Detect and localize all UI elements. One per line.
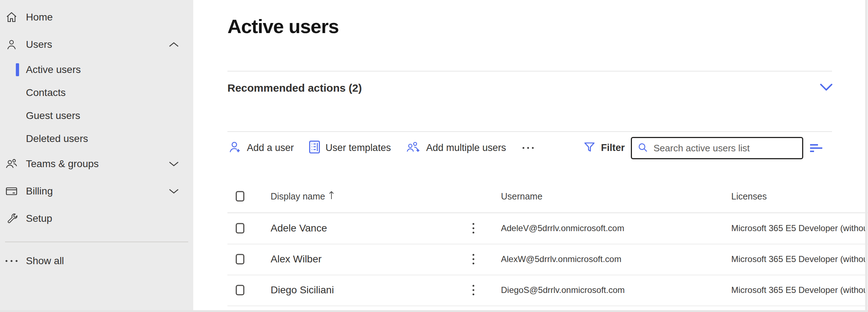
- toolbar: Add a user User templates Add multiple u…: [227, 139, 536, 157]
- row-checkbox[interactable]: [236, 223, 244, 234]
- row-more-actions-icon[interactable]: [470, 251, 477, 267]
- sidebar-item-users[interactable]: Users: [0, 31, 193, 58]
- table-row[interactable]: Alex Wilber AlexW@5drrlv.onmicrosoft.com…: [193, 244, 868, 275]
- template-list-icon: [308, 140, 321, 156]
- search-input[interactable]: [654, 143, 797, 154]
- table-header-row: Display name Username Licenses: [193, 180, 868, 213]
- username-cell: DiegoS@5drrlv.onmicrosoft.com: [501, 285, 625, 295]
- filter-label: Filter: [601, 142, 625, 153]
- sort-lines-icon[interactable]: [809, 142, 824, 155]
- sidebar-item-label: Setup: [26, 213, 52, 224]
- column-header-licenses[interactable]: Licenses: [731, 191, 767, 202]
- user-templates-label: User templates: [326, 142, 391, 153]
- user-templates-button[interactable]: User templates: [308, 140, 391, 156]
- licenses-cell: Microsoft 365 E5 Developer (withou: [731, 254, 865, 264]
- user-icon: [4, 37, 19, 52]
- search-box: [631, 137, 803, 159]
- selected-indicator: [16, 63, 19, 76]
- sidebar-item-label: Show all: [26, 255, 64, 267]
- sidebar-item-guest-users[interactable]: Guest users: [0, 104, 193, 127]
- sidebar-item-billing[interactable]: Billing: [0, 178, 193, 205]
- add-multiple-users-label: Add multiple users: [426, 142, 506, 153]
- sidebar-item-contacts[interactable]: Contacts: [0, 81, 193, 104]
- chevron-down-icon: [168, 161, 179, 167]
- username-cell: AdeleV@5drrlv.onmicrosoft.com: [501, 223, 624, 233]
- sidebar-item-label: Teams & groups: [26, 158, 99, 170]
- row-checkbox[interactable]: [236, 285, 244, 295]
- add-user-button[interactable]: Add a user: [227, 139, 294, 156]
- sidebar-item-home[interactable]: Home: [0, 4, 193, 31]
- search-icon: [637, 142, 648, 155]
- ellipsis-icon: [4, 254, 19, 268]
- sidebar-item-label: Contacts: [26, 87, 66, 98]
- column-header-display-name[interactable]: Display name: [271, 191, 334, 202]
- table-divider: [227, 306, 868, 306]
- more-actions-button[interactable]: [520, 147, 536, 149]
- sidebar-item-label: Users: [26, 39, 52, 50]
- add-user-label: Add a user: [247, 142, 294, 153]
- sidebar-divider: [5, 242, 188, 242]
- sidebar-item-setup[interactable]: Setup: [0, 205, 193, 232]
- sidebar-item-deleted-users[interactable]: Deleted users: [0, 127, 193, 150]
- row-checkbox[interactable]: [236, 254, 244, 265]
- home-icon: [4, 10, 19, 24]
- licenses-cell: Microsoft 365 E5 Developer (withou: [731, 285, 865, 295]
- display-name-cell[interactable]: Adele Vance: [271, 222, 327, 234]
- section-divider: [227, 131, 832, 132]
- row-more-actions-icon[interactable]: [470, 282, 477, 298]
- person-add-icon: [227, 139, 242, 156]
- credit-card-icon: [4, 184, 19, 198]
- main-content: Active users Recommended actions (2) Add…: [193, 0, 868, 312]
- sidebar-item-label: Home: [26, 12, 53, 23]
- licenses-cell: Microsoft 365 E5 Developer (withou: [731, 223, 865, 233]
- row-more-actions-icon[interactable]: [470, 220, 477, 237]
- table-row[interactable]: Diego Siciliani DiegoS@5drrlv.onmicrosof…: [193, 275, 868, 306]
- chevron-down-icon[interactable]: [819, 83, 833, 92]
- sidebar-item-active-users[interactable]: Active users: [0, 58, 193, 81]
- filter-funnel-icon: [583, 141, 596, 155]
- sidebar-item-label: Guest users: [26, 110, 80, 121]
- chevron-down-icon: [168, 188, 179, 194]
- wrench-icon: [4, 211, 19, 226]
- recommended-actions-header[interactable]: Recommended actions (2): [227, 82, 362, 94]
- active-users-page: Home Users Active users Contacts Guest u…: [0, 0, 868, 312]
- table-row[interactable]: Adele Vance AdeleV@5drrlv.onmicrosoft.co…: [193, 213, 868, 244]
- username-cell: AlexW@5drrlv.onmicrosoft.com: [501, 254, 621, 264]
- page-title: Active users: [227, 15, 339, 37]
- section-divider: [227, 71, 832, 72]
- filter-button[interactable]: Filter: [583, 139, 625, 157]
- column-header-username[interactable]: Username: [501, 191, 542, 202]
- display-name-cell[interactable]: Alex Wilber: [271, 253, 322, 265]
- select-all-checkbox[interactable]: [236, 191, 244, 202]
- sidebar-item-label: Billing: [26, 185, 53, 197]
- sidebar: Home Users Active users Contacts Guest u…: [0, 0, 193, 312]
- sidebar-item-teams-groups[interactable]: Teams & groups: [0, 150, 193, 178]
- horizontal-scrollbar[interactable]: [0, 310, 868, 312]
- sort-ascending-arrow-icon: [329, 191, 334, 202]
- people-add-icon: [405, 139, 421, 156]
- column-label: Display name: [271, 191, 325, 202]
- sidebar-item-show-all[interactable]: Show all: [0, 247, 193, 275]
- sidebar-item-label: Active users: [26, 64, 81, 75]
- add-multiple-users-button[interactable]: Add multiple users: [405, 139, 506, 156]
- people-icon: [4, 157, 19, 171]
- chevron-up-icon: [168, 41, 179, 48]
- vertical-scrollbar[interactable]: [865, 0, 868, 312]
- sidebar-item-label: Deleted users: [26, 133, 88, 144]
- display-name-cell[interactable]: Diego Siciliani: [271, 284, 334, 296]
